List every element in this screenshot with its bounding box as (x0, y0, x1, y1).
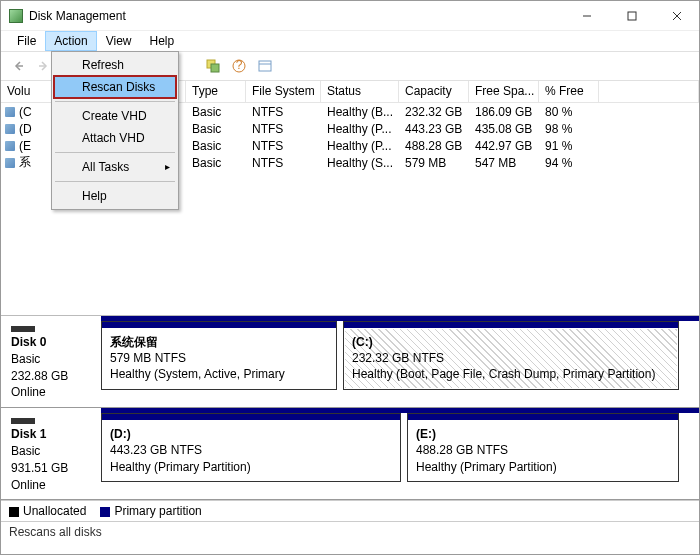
volume-row[interactable]: (C (1, 103, 56, 120)
menu-rescan-disks[interactable]: Rescan Disks (54, 76, 176, 98)
partition-size: 443.23 GB NTFS (110, 442, 392, 458)
swatch-black (9, 507, 19, 517)
menu-refresh[interactable]: Refresh (54, 54, 176, 76)
col-capacity[interactable]: Capacity (399, 81, 469, 102)
disk-kind: Basic (11, 443, 95, 460)
properties-icon[interactable] (254, 55, 276, 77)
maximize-button[interactable] (609, 1, 654, 31)
titlebar: Disk Management (1, 1, 699, 31)
menubar: File Action View Help (1, 31, 699, 51)
status-bar: Rescans all disks (1, 522, 699, 542)
table-row[interactable]: Basic NTFS Healthy (P... 488.28 GB 442.9… (186, 137, 699, 154)
partition-size: 232.32 GB NTFS (352, 350, 670, 366)
partition-status: Healthy (Primary Partition) (416, 459, 670, 475)
close-button[interactable] (654, 1, 699, 31)
refresh-icon[interactable] (202, 55, 224, 77)
action-dropdown: Refresh Rescan Disks Create VHD Attach V… (51, 51, 179, 210)
menu-attach-vhd[interactable]: Attach VHD (54, 127, 176, 149)
disk-size: 232.88 GB (11, 368, 95, 385)
drive-icon (5, 107, 15, 117)
partition-status: Healthy (Boot, Page File, Crash Dump, Pr… (352, 366, 670, 382)
menu-help-item[interactable]: Help (54, 185, 176, 207)
menu-all-tasks[interactable]: All Tasks▸ (54, 156, 176, 178)
volume-row[interactable]: (E (1, 137, 56, 154)
legend: Unallocated Primary partition (1, 500, 699, 522)
legend-primary: Primary partition (100, 504, 201, 518)
chevron-right-icon: ▸ (165, 161, 170, 172)
window-title: Disk Management (29, 9, 126, 23)
menu-separator (55, 181, 175, 182)
disk-name: Disk 1 (11, 427, 46, 441)
disk-label[interactable]: Disk 1 Basic 931.51 GB Online (1, 408, 101, 499)
drive-icon (5, 141, 15, 151)
legend-unallocated: Unallocated (9, 504, 86, 518)
disk-graphical-pane: Disk 0 Basic 232.88 GB Online 系统保留 579 M… (1, 315, 699, 500)
menu-action[interactable]: Action (46, 32, 95, 50)
svg-rect-7 (211, 64, 219, 72)
col-free[interactable]: Free Spa... (469, 81, 539, 102)
table-row[interactable]: Basic NTFS Healthy (B... 232.32 GB 186.0… (186, 103, 699, 120)
table-row[interactable]: Basic NTFS Healthy (S... 579 MB 547 MB 9… (186, 154, 699, 171)
drive-icon (5, 124, 15, 134)
partition-status: Healthy (System, Active, Primary (110, 366, 328, 382)
svg-rect-1 (628, 12, 636, 20)
disk-state: Online (11, 477, 95, 494)
partition-size: 579 MB NTFS (110, 350, 328, 366)
menu-file[interactable]: File (9, 32, 44, 50)
partition[interactable]: (D:) 443.23 GB NTFS Healthy (Primary Par… (101, 413, 401, 482)
help-icon[interactable]: ? (228, 55, 250, 77)
col-type[interactable]: Type (186, 81, 246, 102)
partition-title: (C:) (352, 334, 670, 350)
col-volume[interactable]: Volu (1, 81, 56, 102)
disk-section: Disk 1 Basic 931.51 GB Online (D:) 443.2… (1, 408, 699, 500)
drive-icon (5, 158, 15, 168)
partition-status: Healthy (Primary Partition) (110, 459, 392, 475)
table-row[interactable]: Basic NTFS Healthy (P... 443.23 GB 435.0… (186, 120, 699, 137)
partition-title: (D:) (110, 426, 392, 442)
menu-separator (55, 101, 175, 102)
partition-title: 系统保留 (110, 334, 328, 350)
col-filesystem[interactable]: File System (246, 81, 321, 102)
menu-separator (55, 152, 175, 153)
svg-text:?: ? (236, 58, 243, 72)
disk-state: Online (11, 384, 95, 401)
menu-help[interactable]: Help (142, 32, 183, 50)
minimize-button[interactable] (564, 1, 609, 31)
back-button[interactable] (7, 55, 29, 77)
volume-row[interactable]: 系 (1, 154, 56, 171)
disk-name: Disk 0 (11, 335, 46, 349)
partition-title: (E:) (416, 426, 670, 442)
partition[interactable]: (E:) 488.28 GB NTFS Healthy (Primary Par… (407, 413, 679, 482)
disk-icon (11, 326, 35, 332)
swatch-navy (100, 507, 110, 517)
disk-kind: Basic (11, 351, 95, 368)
volume-row[interactable]: (D (1, 120, 56, 137)
disk-section: Disk 0 Basic 232.88 GB Online 系统保留 579 M… (1, 316, 699, 408)
menu-view[interactable]: View (98, 32, 140, 50)
col-status[interactable]: Status (321, 81, 399, 102)
partition-size: 488.28 GB NTFS (416, 442, 670, 458)
col-pct-free[interactable]: % Free (539, 81, 599, 102)
volume-data: Basic NTFS Healthy (B... 232.32 GB 186.0… (186, 103, 699, 315)
col-spacer (599, 81, 699, 102)
menu-create-vhd[interactable]: Create VHD (54, 105, 176, 127)
app-icon (9, 9, 23, 23)
volume-name-column: (C (D (E 系 (1, 103, 56, 315)
partition[interactable]: (C:) 232.32 GB NTFS Healthy (Boot, Page … (343, 321, 679, 390)
partition[interactable]: 系统保留 579 MB NTFS Healthy (System, Active… (101, 321, 337, 390)
svg-rect-10 (259, 61, 271, 71)
disk-size: 931.51 GB (11, 460, 95, 477)
disk-label[interactable]: Disk 0 Basic 232.88 GB Online (1, 316, 101, 407)
disk-icon (11, 418, 35, 424)
